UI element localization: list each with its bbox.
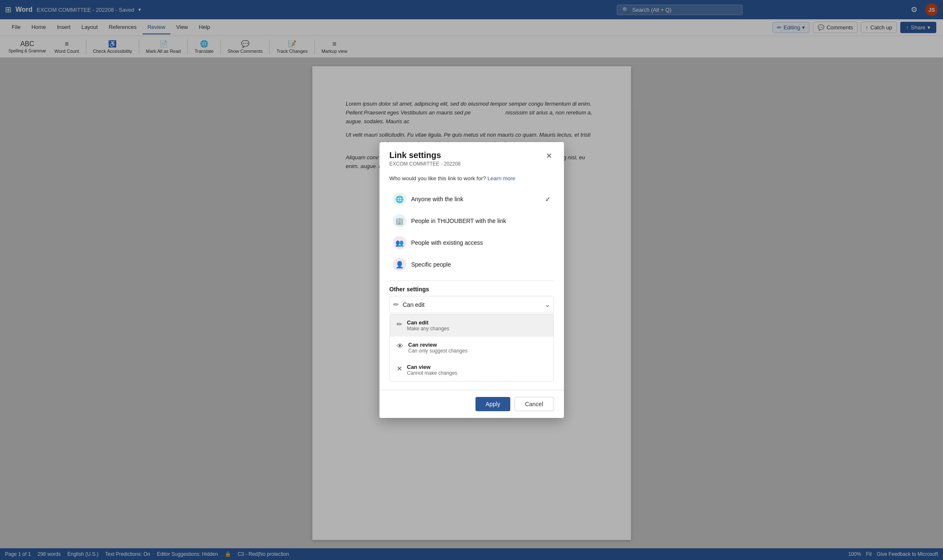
other-settings-title: Other settings [390, 286, 554, 293]
permissions-dropdown-icon: ✏ [393, 301, 399, 309]
specific-label: Specific people [411, 261, 551, 268]
org-label: People in THIJOUBERT with the link [411, 218, 551, 224]
can-view-icon: ✕ [397, 365, 402, 373]
permissions-dropdown[interactable]: ✏ Can edit ⌄ [390, 296, 554, 313]
can-edit-title: Can edit [407, 319, 449, 326]
can-review-desc: Can only suggest changes [408, 348, 468, 354]
modal-title: Link settings [390, 150, 461, 160]
modal-subtitle: EXCOM COMMITTEE - 202208 [390, 161, 461, 167]
existing-icon: 👥 [393, 236, 406, 249]
dropdown-item-can-view[interactable]: ✕ Can view Cannot make changes [390, 359, 553, 381]
can-edit-desc: Make any changes [407, 326, 449, 332]
existing-label: People with existing access [411, 239, 551, 246]
org-icon: 🏢 [393, 214, 406, 228]
permissions-dropdown-chevron-icon: ⌄ [545, 301, 550, 309]
specific-icon: 👤 [393, 258, 406, 271]
cancel-button[interactable]: Cancel [514, 397, 554, 411]
link-option-org[interactable]: 🏢 People in THIJOUBERT with the link [390, 210, 554, 232]
dropdown-item-can-edit[interactable]: ✏ Can edit Make any changes [390, 314, 553, 337]
modal-body: Who would you like this link to work for… [379, 170, 564, 390]
modal-divider [390, 280, 554, 281]
modal-question: Who would you like this link to work for… [390, 175, 554, 181]
can-view-title: Can view [407, 364, 457, 370]
modal-footer: Apply Cancel [379, 390, 564, 418]
can-edit-icon: ✏ [397, 320, 402, 328]
can-review-icon: 👁 [397, 342, 403, 350]
apply-button[interactable]: Apply [475, 397, 510, 411]
link-settings-modal: Link settings EXCOM COMMITTEE - 202208 ✕… [379, 142, 564, 418]
anyone-icon: 🌐 [393, 192, 406, 206]
permissions-dropdown-menu: ✏ Can edit Make any changes 👁 Can review… [390, 314, 554, 381]
modal-close-button[interactable]: ✕ [544, 150, 554, 161]
can-review-title: Can review [408, 342, 468, 348]
modal-header: Link settings EXCOM COMMITTEE - 202208 ✕ [379, 142, 564, 170]
link-option-anyone[interactable]: 🌐 Anyone with the link ✓ [390, 188, 554, 210]
can-view-desc: Cannot make changes [407, 370, 457, 376]
link-option-existing[interactable]: 👥 People with existing access [390, 232, 554, 254]
dropdown-item-can-review[interactable]: 👁 Can review Can only suggest changes [390, 337, 553, 359]
anyone-checkmark: ✓ [545, 195, 551, 203]
modal-overlay: Link settings EXCOM COMMITTEE - 202208 ✕… [0, 0, 943, 560]
permissions-dropdown-label: Can edit [403, 301, 540, 308]
anyone-label: Anyone with the link [411, 196, 551, 202]
learn-more-link[interactable]: Learn more [488, 175, 515, 181]
link-option-specific[interactable]: 👤 Specific people [390, 254, 554, 275]
